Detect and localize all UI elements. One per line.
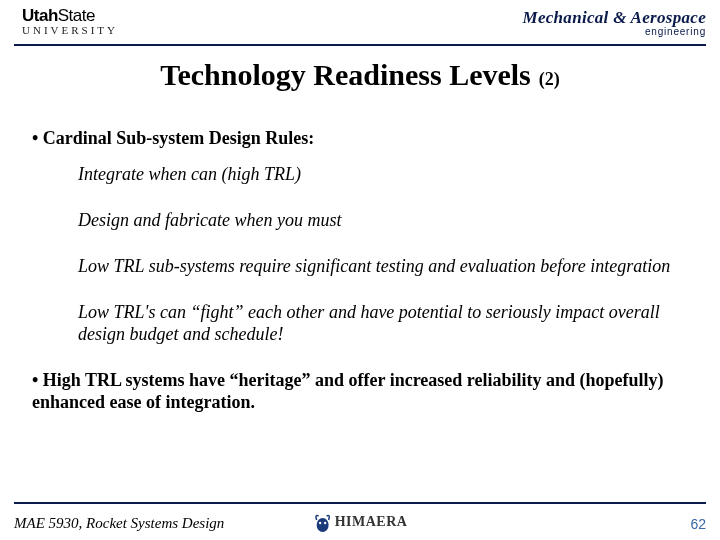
slide: UtahState UNIVERSITY Mechanical & Aerosp… [0,0,720,540]
header-divider [14,44,706,46]
sub-rule-3: Low TRL sub-systems require significant … [78,256,674,278]
sub-rule-4: Low TRL's can “fight” each other and hav… [78,302,674,346]
slide-title: Technology Readiness Levels (2) [0,58,720,92]
chimaera-logo: HIMAERA [313,510,408,534]
footer-divider [14,502,706,504]
bullet-cardinal-rules: • Cardinal Sub-system Design Rules: [32,128,674,150]
page-number: 62 [690,516,706,532]
svg-point-2 [324,522,326,524]
chimaera-text: HIMAERA [335,514,408,530]
sub-rule-2: Design and fabricate when you must [78,210,674,232]
sub-rule-1: Integrate when can (high TRL) [78,164,674,186]
dept-name: Mechanical & Aerospace [522,8,706,28]
dept-logo: Mechanical & Aerospace engineering [522,8,706,37]
bullet-high-trl: • High TRL systems have “heritage” and o… [32,370,674,414]
svg-point-0 [317,518,329,532]
svg-point-1 [319,522,321,524]
title-main: Technology Readiness Levels [160,58,531,91]
slide-body: • Cardinal Sub-system Design Rules: Inte… [32,118,674,414]
usu-subtext: UNIVERSITY [22,25,118,35]
sub-rules-list: Integrate when can (high TRL) Design and… [78,164,674,346]
usu-wordmark: UtahState [22,8,118,24]
chimaera-icon [313,510,333,534]
header: UtahState UNIVERSITY Mechanical & Aerosp… [0,0,720,44]
usu-logo: UtahState UNIVERSITY [22,8,118,36]
title-subscript: (2) [539,69,560,89]
course-label: MAE 5930, Rocket Systems Design [14,515,224,532]
